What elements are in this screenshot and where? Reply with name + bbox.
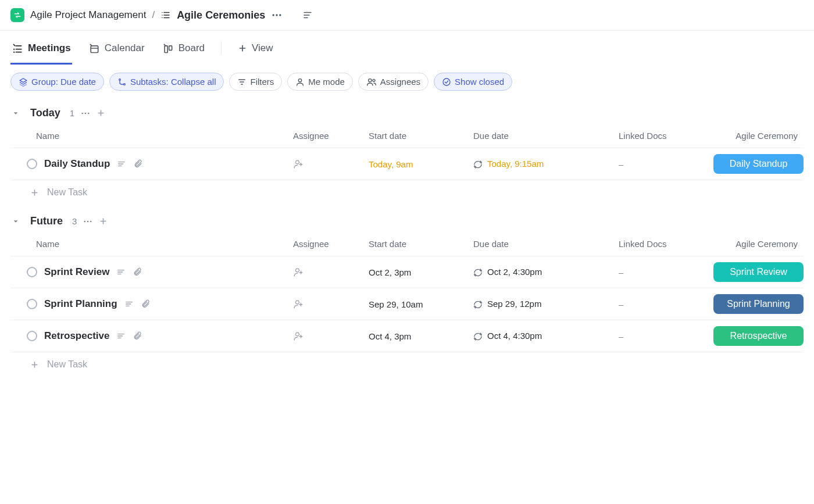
col-due[interactable]: Due date [470,237,615,251]
chip-label: Me mode [308,77,345,87]
svg-point-59 [296,301,299,304]
chip-label: Subtasks: Collapse all [130,77,216,87]
svg-point-7 [276,14,278,16]
task-name[interactable]: Sprint Planning [44,298,117,310]
ceremony-badge[interactable]: Retrospective [713,326,804,346]
col-start[interactable]: Start date [365,128,470,143]
due-date-cell[interactable]: Oct 4, 4:30pm [470,330,615,342]
new-task-button[interactable]: New Task [10,352,804,377]
table-row[interactable]: RetrospectiveOct 4, 3pmOct 4, 4:30pm–Ret… [10,320,804,352]
svg-point-65 [296,333,299,336]
ceremony-cell[interactable]: Sprint Review [708,261,804,283]
more-icon[interactable] [271,9,283,21]
table-row[interactable]: Sprint ReviewOct 2, 3pmOct 2, 4:30pm–Spr… [10,256,804,288]
ceremony-badge[interactable]: Sprint Review [713,262,804,282]
attachment-icon[interactable] [141,299,150,309]
assignee-cell[interactable] [290,266,365,278]
group-add-icon[interactable] [97,109,105,117]
ceremony-badge[interactable]: Sprint Planning [713,294,804,314]
attachment-icon[interactable] [133,267,142,277]
col-docs[interactable]: Linked Docs [615,128,708,143]
chevron-down-icon[interactable] [12,217,20,226]
col-ceremony[interactable]: Agile Ceremony [708,128,804,143]
group-title[interactable]: Future [30,215,63,227]
calendar-icon [88,42,100,54]
new-task-button[interactable]: New Task [10,180,804,205]
due-date-text: Today, 9:15am [487,159,544,169]
col-assignee[interactable]: Assignee [290,237,365,251]
assignee-cell[interactable] [290,330,365,342]
show-closed-chip[interactable]: Show closed [434,73,512,91]
col-assignee[interactable]: Assignee [290,128,365,143]
col-due[interactable]: Due date [470,128,615,143]
task-name[interactable]: Retrospective [44,330,109,342]
due-date-cell[interactable]: Oct 2, 4:30pm [470,266,615,278]
filters-chip[interactable]: Filters [229,73,282,91]
chip-label: Filters [250,77,274,87]
table-row[interactable]: Sprint PlanningSep 29, 10amSep 29, 12pm–… [10,288,804,320]
attachment-icon[interactable] [133,331,142,341]
col-ceremony[interactable]: Agile Ceremony [708,237,804,251]
status-circle[interactable] [27,299,37,309]
repeat-icon [473,332,483,341]
linked-docs-cell[interactable]: – [615,330,708,342]
space-icon[interactable] [10,8,24,22]
svg-point-31 [443,78,450,85]
ceremony-cell[interactable]: Retrospective [708,325,804,347]
tab-label: View [252,42,273,54]
group-more-icon[interactable] [80,108,91,119]
svg-point-45 [84,220,86,222]
linked-docs-cell[interactable]: – [615,266,708,278]
description-icon[interactable] [302,10,313,20]
ceremony-cell[interactable]: Daily Standup [708,153,804,175]
tab-meetings[interactable]: Meetings [10,31,72,65]
assignees-chip[interactable]: Assignees [358,73,429,91]
description-icon[interactable] [116,331,126,341]
group-title[interactable]: Today [30,107,60,119]
col-docs[interactable]: Linked Docs [615,237,708,251]
svg-rect-17 [91,46,98,53]
start-date-cell[interactable]: Sep 29, 10am [365,298,470,310]
me-mode-chip[interactable]: Me mode [287,73,353,91]
col-name[interactable]: Name [10,128,290,143]
ceremony-badge[interactable]: Daily Standup [713,154,804,174]
tab-label: Calendar [105,42,145,54]
svg-point-15 [14,49,15,49]
description-icon[interactable] [117,159,126,169]
col-name[interactable]: Name [10,237,290,251]
col-start[interactable]: Start date [365,237,470,251]
description-icon[interactable] [124,299,134,309]
due-date-cell[interactable]: Today, 9:15am [470,158,615,170]
linked-docs-cell[interactable]: – [615,298,708,310]
svg-point-8 [279,14,281,16]
tab-board[interactable]: Board [161,31,206,65]
group-more-icon[interactable] [83,216,93,227]
task-name[interactable]: Daily Standup [44,158,110,170]
start-date-cell[interactable]: Oct 2, 3pm [365,266,470,278]
start-date-cell[interactable]: Today, 9am [365,158,470,170]
start-date-cell[interactable]: Oct 4, 3pm [365,330,470,342]
table-row[interactable]: Daily StandupToday, 9amToday, 9:15am–Dai… [10,148,804,180]
status-circle[interactable] [27,331,37,341]
assignee-cell[interactable] [290,158,365,170]
group-header: Today1 [10,101,804,124]
assignee-cell[interactable] [290,298,365,310]
subtasks-chip[interactable]: Subtasks: Collapse all [109,73,224,91]
space-name[interactable]: Agile Project Management [30,9,146,21]
new-task-label: New Task [47,187,87,198]
attachment-icon[interactable] [133,159,142,169]
due-date-cell[interactable]: Sep 29, 12pm [470,298,615,310]
add-view-button[interactable]: View [237,31,274,65]
chevron-down-icon[interactable] [12,109,20,117]
status-circle[interactable] [27,267,37,277]
tab-calendar[interactable]: Calendar [87,31,146,65]
linked-docs-cell[interactable]: – [615,158,708,170]
group-by-chip[interactable]: Group: Due date [10,73,104,91]
page-title[interactable]: Agile Ceremonies [177,9,265,22]
group-count: 3 [72,216,77,226]
group-add-icon[interactable] [99,217,108,226]
description-icon[interactable] [116,267,126,277]
ceremony-cell[interactable]: Sprint Planning [708,293,804,315]
task-name[interactable]: Sprint Review [44,266,109,278]
status-circle[interactable] [27,159,37,169]
